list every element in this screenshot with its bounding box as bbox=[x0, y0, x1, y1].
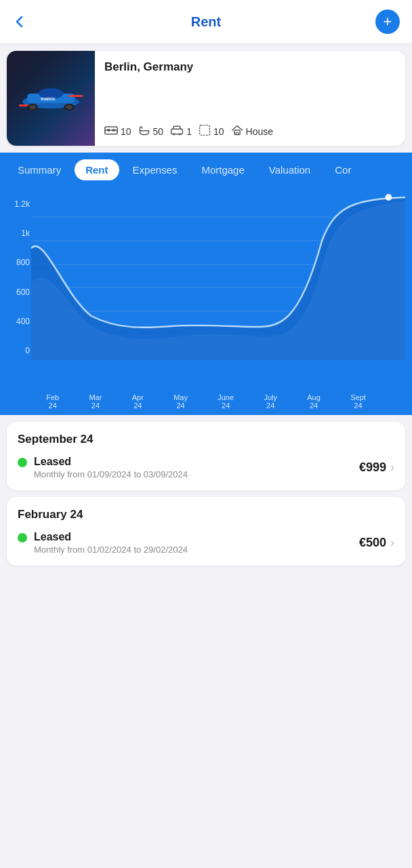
svg-point-15 bbox=[179, 133, 181, 135]
stat-garage: 1 bbox=[170, 125, 192, 138]
chart-svg bbox=[31, 194, 405, 363]
tab-valuation[interactable]: Valuation bbox=[258, 159, 321, 180]
tabs-bar: Summary Rent Expenses Mortgage Valuation… bbox=[0, 153, 412, 187]
lease-date-sept: Monthly from 01/09/2024 to 03/09/2024 bbox=[34, 469, 188, 479]
y-label-1-2k: 1.2k bbox=[8, 199, 30, 209]
tab-expenses[interactable]: Expenses bbox=[122, 159, 188, 180]
lease-status-dot-sept bbox=[18, 458, 27, 467]
stat-baths: 50 bbox=[138, 125, 164, 138]
baths-value: 50 bbox=[153, 126, 164, 137]
tab-rent[interactable]: Rent bbox=[75, 159, 119, 180]
property-location: Berlin, Germany bbox=[104, 60, 397, 74]
lease-group-feb: February 24 Leased Monthly from 01/02/20… bbox=[7, 497, 405, 566]
area-icon bbox=[199, 124, 211, 139]
svg-rect-11 bbox=[107, 129, 110, 131]
bottom-spacer bbox=[0, 572, 412, 681]
y-label-1k: 1k bbox=[8, 229, 30, 238]
lease-amount-row-sept[interactable]: €999 › bbox=[359, 460, 394, 475]
lease-item-sept[interactable]: Leased Monthly from 01/09/2024 to 03/09/… bbox=[18, 456, 394, 479]
tab-mortgage[interactable]: Mortgage bbox=[190, 159, 255, 180]
svg-rect-13 bbox=[171, 129, 183, 134]
lease-label-sept: Leased bbox=[34, 456, 188, 468]
svg-rect-10 bbox=[105, 130, 117, 134]
x-label-aug: Aug 24 bbox=[307, 393, 321, 410]
svg-rect-12 bbox=[112, 129, 115, 131]
garage-value: 1 bbox=[186, 126, 192, 137]
tab-cor[interactable]: Cor bbox=[324, 159, 362, 180]
lease-amount-row-feb[interactable]: €500 › bbox=[359, 536, 394, 550]
x-axis: Feb 24 Mar 24 Apr 24 May 24 June 24 July… bbox=[7, 391, 405, 415]
tab-summary[interactable]: Summary bbox=[7, 159, 72, 180]
svg-text:maleic: maleic bbox=[41, 96, 56, 101]
stat-area: 10 bbox=[199, 124, 224, 139]
y-label-600: 600 bbox=[8, 288, 30, 297]
property-info: Berlin, Germany 10 50 1 bbox=[95, 51, 405, 146]
svg-point-25 bbox=[385, 194, 392, 201]
beds-value: 10 bbox=[121, 126, 131, 137]
bed-icon bbox=[104, 125, 118, 138]
property-image: maleic bbox=[7, 51, 95, 146]
property-card: maleic Berlin, Germany 10 50 bbox=[7, 51, 405, 146]
header: Rent + bbox=[0, 0, 412, 44]
property-stats: 10 50 1 10 bbox=[104, 124, 397, 139]
x-label-sept: Sept 24 bbox=[350, 393, 366, 410]
svg-point-7 bbox=[29, 105, 36, 109]
x-label-mar: Mar 24 bbox=[89, 393, 102, 410]
garage-icon bbox=[170, 125, 184, 138]
lease-amount-feb: €500 bbox=[359, 536, 386, 550]
chevron-right-icon-sept: › bbox=[390, 460, 394, 475]
lease-label-feb: Leased bbox=[34, 531, 188, 543]
back-button[interactable] bbox=[12, 14, 37, 29]
lease-details-sept: Leased Monthly from 01/09/2024 to 03/09/… bbox=[34, 456, 188, 479]
svg-rect-16 bbox=[200, 125, 210, 136]
svg-point-8 bbox=[66, 105, 73, 109]
x-label-june: June 24 bbox=[218, 393, 234, 410]
house-icon bbox=[231, 124, 243, 139]
lease-group-feb-title: February 24 bbox=[18, 508, 394, 521]
bath-icon bbox=[138, 125, 150, 138]
x-label-july: July 24 bbox=[264, 393, 277, 410]
svg-rect-18 bbox=[236, 132, 238, 134]
lease-amount-sept: €999 bbox=[359, 460, 386, 475]
x-label-feb: Feb 24 bbox=[46, 393, 59, 410]
y-label-0: 0 bbox=[8, 346, 30, 355]
chart-wrapper: 0 400 600 800 1k 1.2k bbox=[7, 194, 405, 391]
svg-rect-4 bbox=[69, 95, 83, 97]
lease-group-sept: September 24 Leased Monthly from 01/09/2… bbox=[7, 422, 405, 490]
lease-group-sept-title: September 24 bbox=[18, 433, 394, 446]
add-button[interactable]: + bbox=[375, 9, 400, 34]
lease-item-sept-left: Leased Monthly from 01/09/2024 to 03/09/… bbox=[18, 456, 188, 479]
chart-area: 0 400 600 800 1k 1.2k bbox=[0, 187, 412, 415]
x-label-apr: Apr 24 bbox=[132, 393, 144, 410]
type-value: House bbox=[246, 126, 273, 137]
page-title: Rent bbox=[37, 14, 375, 30]
car-illustration: maleic bbox=[14, 80, 88, 117]
lease-details-feb: Leased Monthly from 01/02/2024 to 29/02/… bbox=[34, 531, 188, 555]
lease-item-feb[interactable]: Leased Monthly from 01/02/2024 to 29/02/… bbox=[18, 531, 394, 555]
x-label-may: May 24 bbox=[173, 393, 188, 410]
chevron-right-icon-feb: › bbox=[390, 536, 394, 550]
lease-status-dot-feb bbox=[18, 533, 27, 542]
y-label-800: 800 bbox=[8, 258, 30, 267]
svg-point-14 bbox=[173, 133, 175, 135]
stat-type: House bbox=[231, 124, 273, 139]
y-label-400: 400 bbox=[8, 317, 30, 326]
lease-item-feb-left: Leased Monthly from 01/02/2024 to 29/02/… bbox=[18, 531, 188, 555]
stat-beds: 10 bbox=[104, 125, 131, 138]
area-value: 10 bbox=[213, 126, 224, 137]
lease-date-feb: Monthly from 01/02/2024 to 29/02/2024 bbox=[34, 545, 188, 555]
